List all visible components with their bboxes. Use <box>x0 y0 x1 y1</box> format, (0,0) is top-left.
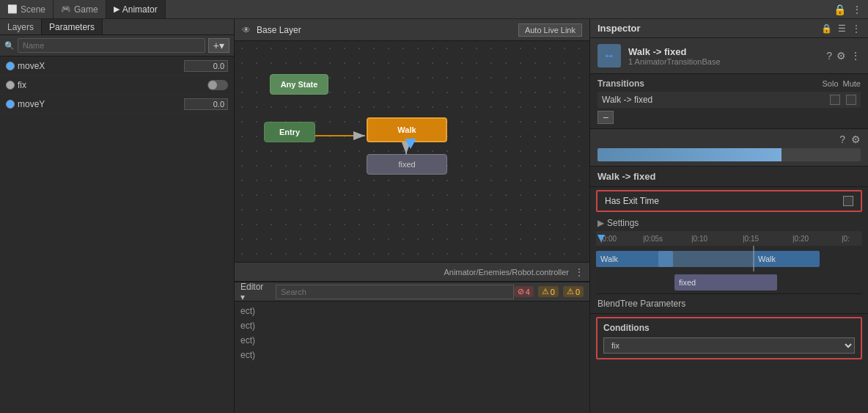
conditions-title: Conditions <box>603 323 855 333</box>
add-param-button[interactable]: +▾ <box>208 38 229 53</box>
tab-scene[interactable]: ⬜ Scene <box>0 0 54 18</box>
list-item: ect) <box>240 334 584 347</box>
track-divider <box>753 246 754 271</box>
overlap-block <box>658 251 757 267</box>
more-icon[interactable]: ⋮ <box>850 50 861 62</box>
transitions-section-title: Transitions <box>597 78 644 89</box>
any-state-node[interactable]: Any State <box>270 74 328 95</box>
param-toggle-fix[interactable] <box>207 80 228 90</box>
timeline-section: |0:00 |0:05s |0:10 |0:15 |0:20 |0: Walk <box>596 231 862 294</box>
bool-icon <box>6 81 15 89</box>
warn-icon-1: ⚠ <box>542 287 549 296</box>
tab-animator[interactable]: ▶ Animator <box>106 0 166 18</box>
warn-count-1: 0 <box>551 288 555 296</box>
param-name-movex: moveX <box>6 61 184 71</box>
animator-icon: ▶ <box>114 4 119 14</box>
base-layer-breadcrumb: Base Layer <box>257 25 301 35</box>
inspector-actions: 🔒 ☰ ⋮ <box>821 23 861 34</box>
timeline-track-2: fixed <box>596 271 862 293</box>
inspector-more-icon[interactable]: ⋮ <box>852 23 861 34</box>
left-panel: Layers Parameters 🔍 +▾ moveX <box>0 19 235 413</box>
inspector-lock-icon[interactable]: 🔒 <box>821 23 832 34</box>
search-icon: 🔍 <box>4 41 15 51</box>
parameters-label: Parameters <box>49 22 95 32</box>
mute-checkbox[interactable] <box>846 95 856 105</box>
lock-icon[interactable]: 🔒 <box>834 4 846 15</box>
warn-badge-2: ⚠ 0 <box>563 286 584 297</box>
marker-5: |0: <box>842 235 850 243</box>
animator-canvas[interactable]: Any State Entry Walk fixed Animator/Enem… <box>235 41 589 281</box>
layers-tab[interactable]: Layers <box>0 19 42 34</box>
timeline-ruler: |0:00 |0:05s |0:10 |0:15 |0:20 |0: <box>596 231 862 246</box>
animator-bottom-bar: Animator/Enemies/Robot.controller ⋮ <box>235 262 589 281</box>
tab-animator-label: Animator <box>122 4 158 15</box>
parameters-tab[interactable]: Parameters <box>42 19 103 34</box>
bottom-panel: Editor ▾ ⊘ 4 ⚠ 0 ⚠ 0 <box>235 281 589 413</box>
tab-game[interactable]: 🎮 Game <box>54 0 106 18</box>
fixed-block: fixed <box>674 274 777 290</box>
transition-sub: 1 AnimatorTransitionBase <box>628 57 826 66</box>
transition-list-row[interactable]: Walk -> fixed <box>597 92 861 108</box>
bottom-content: ect) ect) ect) ect) <box>235 301 589 413</box>
marker-0: |0:00 <box>600 235 617 243</box>
marker-2: |0:10 <box>691 235 707 243</box>
more-icon[interactable]: ⋮ <box>852 4 862 15</box>
remove-transition-button[interactable]: − <box>597 111 614 124</box>
mute-label: Mute <box>843 79 861 88</box>
params-search-input[interactable] <box>18 38 205 53</box>
warn-count-2: 0 <box>575 288 580 296</box>
float-icon-y <box>6 100 15 109</box>
transition-indicator <box>405 139 416 149</box>
bottom-badges: ⊘ 4 ⚠ 0 ⚠ 0 <box>514 286 584 297</box>
settings-icon[interactable]: ⚙ <box>836 50 846 62</box>
conditions-section: Conditions fix moveX moveY <box>596 317 862 359</box>
transition-header: ↔ Walk -> fixed 1 AnimatorTransitionBase… <box>590 38 868 74</box>
entry-node[interactable]: Entry <box>264 122 315 142</box>
list-item: ect) <box>240 319 584 332</box>
settings-label: Settings <box>607 218 639 228</box>
game-icon: 🎮 <box>61 4 71 14</box>
transition-type-icon: ↔ <box>597 44 621 67</box>
progress-bar <box>597 148 861 161</box>
progress-section: ? ⚙ <box>590 129 868 167</box>
param-item-fix: fix <box>0 76 234 95</box>
condition-param-select[interactable]: fix moveX moveY <box>603 337 855 354</box>
error-icon: ⊘ <box>518 287 524 296</box>
layers-label: Layers <box>7 22 34 32</box>
has-exit-time-row: Has Exit Time <box>596 190 862 212</box>
canvas-more-button[interactable]: ⋮ <box>575 267 584 277</box>
editor-search-input[interactable] <box>276 285 514 299</box>
settings-row[interactable]: ▶ Settings <box>590 215 868 231</box>
param-value-movex[interactable] <box>184 60 228 72</box>
error-count: 4 <box>526 288 530 296</box>
animator-path: Animator/Enemies/Robot.controller <box>444 268 569 277</box>
main-content: Layers Parameters 🔍 +▾ moveX <box>0 19 868 413</box>
fixed-node[interactable]: fixed <box>367 154 447 175</box>
list-item: ect) <box>240 304 584 318</box>
param-value-movey[interactable] <box>184 98 228 110</box>
transition-body-title: Walk -> fixed <box>590 167 868 187</box>
list-item: ect) <box>240 348 584 362</box>
help-icon[interactable]: ? <box>826 50 832 62</box>
editor-title: Editor ▾ <box>240 282 270 302</box>
tab-actions: 🔒 ⋮ <box>834 4 868 15</box>
tab-bar: ⬜ Scene 🎮 Game ▶ Animator 🔒 ⋮ <box>0 0 868 19</box>
transition-row-name: Walk -> fixed <box>602 95 830 105</box>
center-panel: 👁 Base Layer Auto Live Link <box>235 19 589 413</box>
scene-icon: ⬜ <box>7 4 18 14</box>
inspector-header: Inspector 🔒 ☰ ⋮ <box>590 19 868 38</box>
timeline-tracks: Walk Walk fixed <box>596 246 862 293</box>
inspector-layout-icon[interactable]: ☰ <box>838 23 846 34</box>
eye-icon[interactable]: 👁 <box>242 25 251 35</box>
help-icon-2[interactable]: ? <box>839 134 845 145</box>
has-exit-time-checkbox[interactable] <box>843 196 853 206</box>
settings-arrow-icon: ▶ <box>597 218 604 228</box>
auto-live-link-button[interactable]: Auto Live Link <box>518 23 582 37</box>
blendtree-label: BlendTree Parameters <box>597 299 685 309</box>
transitions-section-header: Transitions Solo Mute <box>597 78 861 89</box>
param-name-fix: fix <box>6 80 207 90</box>
solo-label: Solo <box>823 79 839 88</box>
tab-scene-label: Scene <box>21 4 45 15</box>
gear-icon[interactable]: ⚙ <box>851 134 861 145</box>
solo-checkbox[interactable] <box>830 95 840 105</box>
